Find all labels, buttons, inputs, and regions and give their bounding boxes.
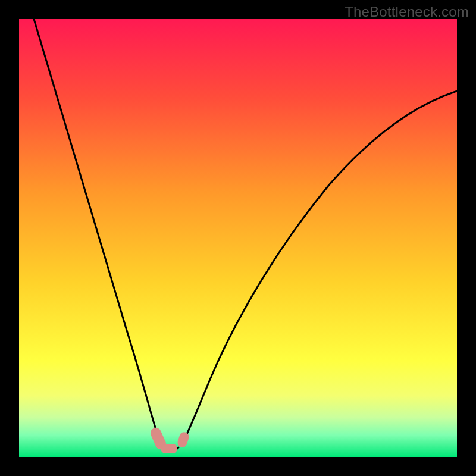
trough-marker-bottom (161, 444, 177, 453)
chart-frame: TheBottleneck.com (0, 0, 476, 476)
watermark-text: TheBottleneck.com (345, 4, 469, 20)
bottleneck-curve (19, 19, 457, 457)
curve-left-branch (32, 19, 164, 447)
plot-area (19, 19, 457, 457)
curve-right-branch (184, 89, 457, 439)
